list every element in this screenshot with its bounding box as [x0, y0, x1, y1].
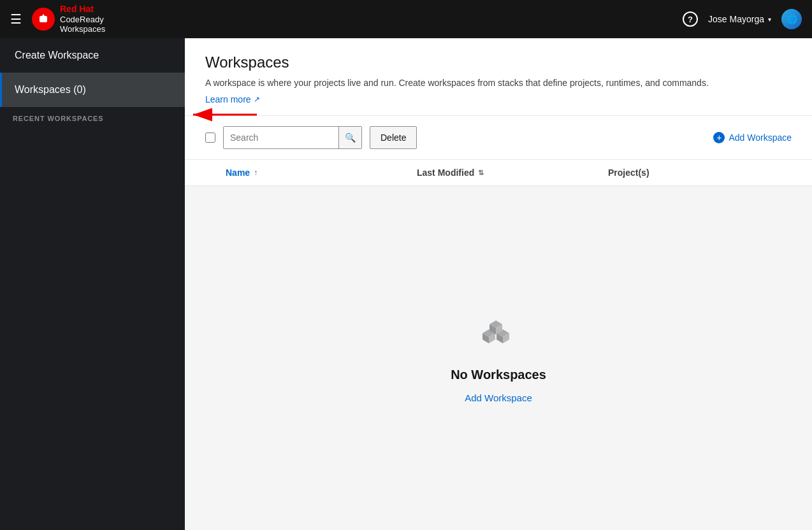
add-workspace-label: Add Workspace [729, 132, 792, 143]
empty-state-icon [476, 313, 521, 357]
create-workspace-label: Create Workspace [15, 50, 99, 61]
avatar[interactable]: 🌐 [781, 9, 802, 29]
workspaces-label: Workspaces (0) [15, 84, 86, 96]
chevron-down-icon: ▾ [768, 16, 771, 23]
add-workspace-button[interactable]: + Add Workspace [713, 132, 792, 143]
user-menu[interactable]: Jose Mayorga ▾ [708, 14, 771, 24]
search-input[interactable] [224, 127, 338, 148]
brand-redhat: Red Hat [60, 4, 105, 15]
plus-icon: + [713, 132, 725, 143]
page-header: Workspaces A workspace is where your pro… [185, 38, 812, 116]
col-modified-label: Last Modified [417, 168, 474, 178]
topnav-right-section: ? Jose Mayorga ▾ 🌐 [683, 9, 802, 29]
red-arrow-indicator [187, 102, 263, 130]
brand-text: Red Hat CodeReady Workspaces [60, 4, 105, 34]
brand-logo: Red Hat CodeReady Workspaces [32, 4, 683, 34]
main-layout: Create Workspace Workspaces (0) RECENT W… [0, 38, 812, 530]
column-header-projects: Project(s) [608, 168, 792, 178]
main-content: Workspaces A workspace is where your pro… [185, 38, 812, 530]
recent-workspaces-section-label: RECENT WORKSPACES [0, 107, 185, 126]
sort-neutral-icon: ⇅ [478, 169, 484, 177]
column-header-modified[interactable]: Last Modified ⇅ [417, 168, 608, 178]
redhat-logo-icon [32, 8, 55, 31]
delete-button[interactable]: Delete [370, 126, 417, 149]
sidebar-item-workspaces[interactable]: Workspaces (0) [0, 73, 185, 107]
select-all-checkbox[interactable] [205, 132, 215, 143]
col-projects-label: Project(s) [608, 168, 649, 178]
page-description: A workspace is where your projects live … [205, 76, 792, 90]
empty-state: No Workspaces Add Workspace [185, 186, 812, 530]
empty-state-title: No Workspaces [451, 368, 546, 382]
table-header: Name ↑ Last Modified ⇅ Project(s) [185, 160, 812, 186]
col-name-label: Name [226, 168, 250, 178]
search-button[interactable]: 🔍 [338, 127, 361, 148]
empty-state-add-workspace-link[interactable]: Add Workspace [465, 392, 532, 403]
search-icon: 🔍 [345, 132, 356, 143]
page-title: Workspaces [205, 54, 792, 71]
help-button[interactable]: ? [683, 11, 698, 27]
brand-codeready-line1: CodeReady [60, 15, 105, 25]
toolbar: 🔍 Delete + Add Workspace [185, 116, 812, 160]
username-label: Jose Mayorga [708, 14, 764, 24]
column-header-name[interactable]: Name ↑ [226, 168, 417, 178]
brand-codeready-line2: Workspaces [60, 24, 105, 34]
sort-ascending-icon: ↑ [254, 168, 257, 177]
sidebar-item-create-workspace[interactable]: Create Workspace [0, 38, 185, 73]
sidebar: Create Workspace Workspaces (0) RECENT W… [0, 38, 185, 530]
top-navigation: ☰ Red Hat CodeReady Workspaces ? Jose Ma… [0, 0, 812, 38]
hamburger-menu[interactable]: ☰ [10, 11, 22, 27]
